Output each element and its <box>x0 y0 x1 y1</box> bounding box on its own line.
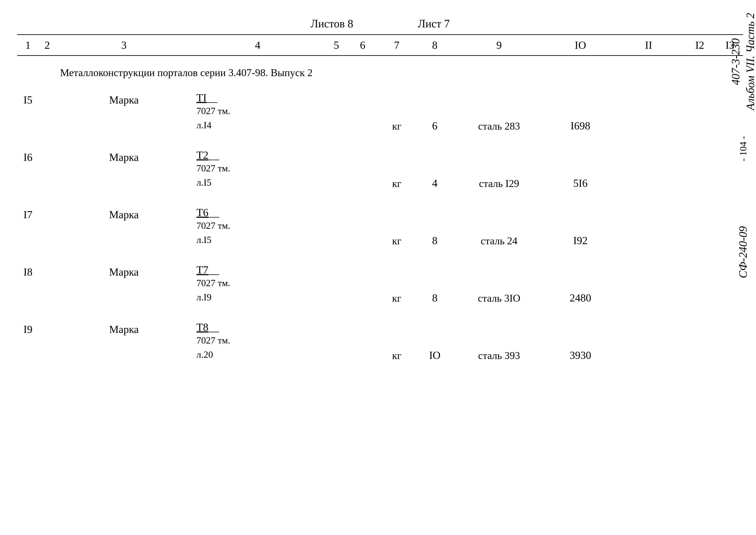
row-15-qty: 6 <box>418 85 452 134</box>
col-header-5: 5 <box>323 35 350 56</box>
section-title-row: Металлоконструкции порталов серии 3.407-… <box>17 56 743 85</box>
spacer-18 <box>17 307 743 314</box>
table-row-15: I5 Марка TI__ 7027 тм.л.I4 кг 6 сталь 28… <box>17 85 743 134</box>
row-19-qty: IO <box>418 314 452 364</box>
row-19-material: сталь 393 <box>452 314 546 364</box>
row-16-unit: кг <box>376 142 418 192</box>
row-15-code: TI__ 7027 тм.л.I4 <box>192 85 323 134</box>
row-17-mark: Марка <box>56 200 192 249</box>
row-18-qty: 8 <box>418 257 452 307</box>
col-header-9: 9 <box>452 35 546 56</box>
row-15-number: I5 <box>17 85 39 134</box>
sidebar-page-indicator: - 104 - <box>738 136 749 161</box>
row-17-unit: кг <box>376 200 418 249</box>
sidebar-doc-number: 407-3-230Альбом VII. Часть 2 <box>728 13 756 110</box>
listov-label: Листов 8 <box>310 17 353 30</box>
sidebar-code: СФ-240-09 <box>736 226 750 278</box>
main-table: 1 2 3 4 5 6 7 8 9 IO II I2 I3 Металлокон… <box>17 34 743 364</box>
row-18-mark: Марка <box>56 257 192 307</box>
col-header-8: 8 <box>418 35 452 56</box>
col-header-11: II <box>614 35 683 56</box>
row-19-weight: 3930 <box>546 314 615 364</box>
row-16-weight: 5I6 <box>546 142 615 192</box>
row-17-qty: 8 <box>418 200 452 249</box>
row-16-qty: 4 <box>418 142 452 192</box>
col-header-2: 2 <box>39 35 56 56</box>
row-15-mark: Марка <box>56 85 192 134</box>
row-17-number: I7 <box>17 200 39 249</box>
row-18-material: сталь 3IO <box>452 257 546 307</box>
table-row-16: I6 Марка T2__ 7027 тм.л.I5 кг 4 сталь I2… <box>17 142 743 192</box>
row-18-weight: 2480 <box>546 257 615 307</box>
table-row-18: I8 Марка T7__ 7027 тм.л.I9 кг 8 сталь 3I… <box>17 257 743 307</box>
list-label: Лист 7 <box>418 17 450 30</box>
row-18-code: T7__ 7027 тм.л.I9 <box>192 257 323 307</box>
row-19-mark: Марка <box>56 314 192 364</box>
col-header-1: 1 <box>17 35 39 56</box>
col-header-7: 7 <box>376 35 418 56</box>
spacer-17 <box>17 249 743 257</box>
table-row-17: I7 Марка T6__ 7027 тм.л.I5 кг 8 сталь 24… <box>17 200 743 249</box>
row-17-code: T6__ 7027 тм.л.I5 <box>192 200 323 249</box>
row-15-material: сталь 283 <box>452 85 546 134</box>
spacer-15 <box>17 134 743 142</box>
col-header-10: IO <box>546 35 615 56</box>
table-row-19: I9 Марка T8__ 7027 тм.л.20 кг IO сталь 3… <box>17 314 743 364</box>
row-18-unit: кг <box>376 257 418 307</box>
row-19-code: T8__ 7027 тм.л.20 <box>192 314 323 364</box>
row-16-code: T2__ 7027 тм.л.I5 <box>192 142 323 192</box>
col-header-3: 3 <box>56 35 192 56</box>
page: Листов 8 Лист 7 1 2 3 4 5 <box>0 0 756 535</box>
row-17-material: сталь 24 <box>452 200 546 249</box>
row-15-weight: I698 <box>546 85 615 134</box>
row-16-number: I6 <box>17 142 39 192</box>
row-18-number: I8 <box>17 257 39 307</box>
header-info: Листов 8 Лист 7 <box>17 17 743 30</box>
col-header-6: 6 <box>350 35 376 56</box>
row-16-mark: Марка <box>56 142 192 192</box>
section-title: Металлоконструкции порталов серии 3.407-… <box>56 56 743 85</box>
col-header-12: I2 <box>683 35 717 56</box>
row-19-number: I9 <box>17 314 39 364</box>
column-header-row: 1 2 3 4 5 6 7 8 9 IO II I2 I3 <box>17 35 743 56</box>
row-16-material: сталь I29 <box>452 142 546 192</box>
row-15-unit: кг <box>376 85 418 134</box>
row-19-unit: кг <box>376 314 418 364</box>
col-header-4: 4 <box>192 35 323 56</box>
spacer-16 <box>17 192 743 200</box>
row-17-weight: I92 <box>546 200 615 249</box>
sidebar: 407-3-230Альбом VII. Часть 2 - 104 - СФ-… <box>730 0 756 535</box>
